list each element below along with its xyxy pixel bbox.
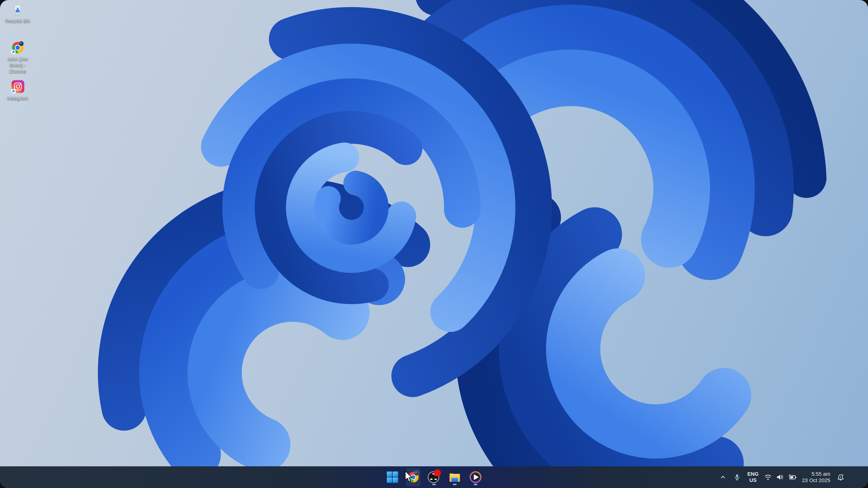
desktop-icon-instagram[interactable]: Instagram xyxy=(0,80,35,101)
media-player-icon xyxy=(469,470,482,484)
system-tray: ENG US xyxy=(717,466,868,488)
recycle-bin-icon xyxy=(10,2,25,17)
notification-bell-dnd[interactable]: z z xyxy=(835,469,847,486)
chrome-icon xyxy=(407,470,420,484)
language-indicator[interactable]: ENG US xyxy=(745,469,761,486)
taskbar: ENG US xyxy=(0,466,868,488)
chevron-up-icon xyxy=(719,473,727,481)
language-line1: ENG xyxy=(747,471,758,477)
taskbar-center-icons xyxy=(385,466,483,488)
taskbar-file-explorer-button[interactable] xyxy=(447,468,462,486)
running-indicator xyxy=(453,484,457,485)
microphone-in-use-indicator[interactable] xyxy=(731,469,743,486)
volume-icon xyxy=(776,473,784,481)
desktop-icon-recycle-bin[interactable]: Recycle Bin xyxy=(0,2,35,24)
file-explorer-icon xyxy=(448,470,461,484)
start-button[interactable] xyxy=(385,468,400,486)
hidden-icons-chevron[interactable] xyxy=(717,469,729,486)
tray-time: 5:55 am xyxy=(802,471,830,477)
language-line2: US xyxy=(747,477,758,483)
taskbar-media-player-button[interactable] xyxy=(468,468,483,486)
bell-sleep-icon: z z xyxy=(836,473,845,482)
microphone-icon xyxy=(733,473,741,481)
desktop-icon-label: John (Jon Snow) - Chrome xyxy=(4,56,32,74)
desktop-icon-label: Recycle Bin xyxy=(4,18,32,24)
instagram-icon xyxy=(10,80,25,94)
running-indicator xyxy=(474,484,477,485)
obs-recording-badge xyxy=(434,469,441,477)
network-volume-battery-group[interactable] xyxy=(763,469,798,486)
running-indicator xyxy=(432,484,436,485)
desktop-icon-chrome-profile[interactable]: John (Jon Snow) - Chrome xyxy=(0,40,35,74)
clock[interactable]: 5:55 am 23 Oct 2025 xyxy=(800,469,832,486)
taskbar-obs-button[interactable] xyxy=(427,468,441,486)
desktop-icon-label: Instagram xyxy=(4,95,32,101)
svg-text:z: z xyxy=(842,474,843,476)
taskbar-chrome-button[interactable] xyxy=(406,468,421,486)
windows-11-desktop: Recycle Bin John (Jon Snow) - Chrome xyxy=(0,0,868,488)
battery-charging-icon xyxy=(787,473,797,481)
windows-start-icon xyxy=(386,471,399,483)
desktop-wallpaper-bloom xyxy=(0,0,868,488)
chrome-profile-icon xyxy=(10,40,25,55)
tray-date: 23 Oct 2025 xyxy=(802,477,830,484)
svg-text:z: z xyxy=(840,476,841,478)
wifi-icon xyxy=(764,473,772,481)
